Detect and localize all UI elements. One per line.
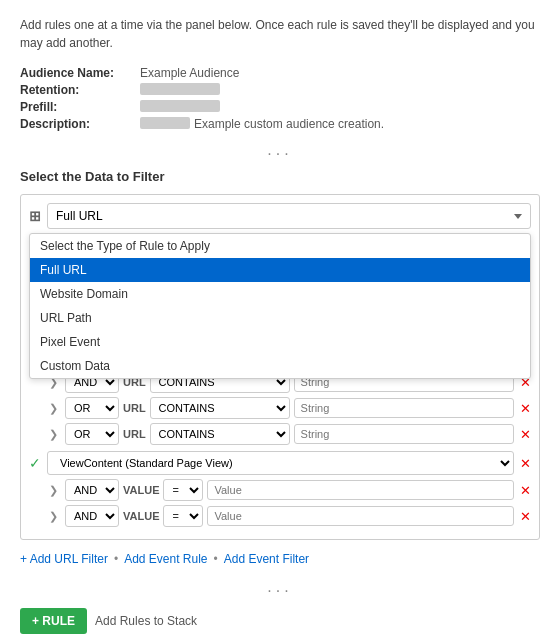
value-delete-2[interactable]: ✕ [520, 509, 531, 524]
dropdown-item-pixel-event[interactable]: Pixel Event [30, 330, 530, 354]
dots-bottom: ... [20, 578, 540, 596]
retention-label: Retention: [20, 83, 140, 97]
description-label: Description: [20, 117, 140, 131]
value-field-label-2: VALUE [123, 510, 159, 522]
delete-btn-4[interactable]: ✕ [520, 427, 531, 442]
field-label-4: URL [123, 428, 146, 440]
add-event-filter-link[interactable]: Add Event Filter [224, 552, 309, 566]
prefill-value [140, 100, 220, 112]
string-input-4[interactable] [294, 424, 514, 444]
operator-select-4[interactable]: CONTAINSDOES NOT CONTAINEQUALS [150, 423, 290, 445]
dropdown-menu: Select the Type of Rule to Apply Full UR… [29, 233, 531, 379]
event-row: ✓ ViewContent (Standard Page View) ✕ [29, 451, 531, 475]
value-row-1: ❯ ANDOR VALUE =!=>< ✕ [49, 479, 531, 501]
description-blurred [140, 117, 190, 129]
value-field-label-1: VALUE [123, 484, 159, 496]
filter-header: ⊞ Full URL Website Domain URL Path Pixel… [29, 203, 531, 229]
dropdown-item-select-type[interactable]: Select the Type of Rule to Apply [30, 234, 530, 258]
value-row-2: ❯ ANDOR VALUE =!=>< ✕ [49, 505, 531, 527]
add-event-rule-link[interactable]: Add Event Rule [124, 552, 207, 566]
dropdown-item-url-path[interactable]: URL Path [30, 306, 530, 330]
add-rule-button[interactable]: + RULE [20, 608, 87, 634]
add-rules-label: Add Rules to Stack [95, 614, 197, 628]
string-input-3[interactable] [294, 398, 514, 418]
type-select[interactable]: Full URL Website Domain URL Path Pixel E… [47, 203, 531, 229]
indent-rule-row-4: ❯ ANDOR URL CONTAINSDOES NOT CONTAINEQUA… [49, 423, 531, 445]
audience-value: Example Audience [140, 66, 239, 80]
add-url-filter-link[interactable]: + Add URL Filter [20, 552, 108, 566]
intro-text: Add rules one at a time via the panel be… [20, 16, 540, 52]
dropdown-item-website-domain[interactable]: Website Domain [30, 282, 530, 306]
logic-select-4[interactable]: ANDOR [65, 423, 119, 445]
add-links-bar: + Add URL Filter • Add Event Rule • Add … [20, 552, 540, 566]
dropdown-item-custom-data[interactable]: Custom Data [30, 354, 530, 378]
event-select[interactable]: ViewContent (Standard Page View) [47, 451, 514, 475]
meta-table: Audience Name: Example Audience Retentio… [20, 66, 540, 131]
audience-label: Audience Name: [20, 66, 140, 80]
field-label-3: URL [123, 402, 146, 414]
value-chevron-2[interactable]: ❯ [49, 510, 61, 523]
value-logic-2[interactable]: ANDOR [65, 505, 119, 527]
value-logic-1[interactable]: ANDOR [65, 479, 119, 501]
description-value: Example custom audience creation. [194, 117, 384, 131]
value-delete-1[interactable]: ✕ [520, 483, 531, 498]
value-chevron-1[interactable]: ❯ [49, 484, 61, 497]
expand-icon[interactable]: ⊞ [29, 208, 41, 224]
dropdown-item-full-url[interactable]: Full URL [30, 258, 530, 282]
bottom-bar: + RULE Add Rules to Stack [20, 608, 540, 634]
prefill-label: Prefill: [20, 100, 140, 114]
value-op-2[interactable]: =!=>< [163, 505, 203, 527]
event-check-icon: ✓ [29, 455, 43, 471]
value-input-2[interactable] [207, 506, 514, 526]
value-input-1[interactable] [207, 480, 514, 500]
chevron-icon-3[interactable]: ❯ [49, 402, 61, 415]
delete-btn-3[interactable]: ✕ [520, 401, 531, 416]
operator-select-3[interactable]: CONTAINSDOES NOT CONTAINEQUALS [150, 397, 290, 419]
retention-value [140, 83, 220, 95]
dots-top: ... [20, 141, 540, 159]
value-op-1[interactable]: =!=>< [163, 479, 203, 501]
filter-container: ⊞ Full URL Website Domain URL Path Pixel… [20, 194, 540, 540]
indent-rule-row-3: ❯ ANDOR URL CONTAINSDOES NOT CONTAINEQUA… [49, 397, 531, 419]
chevron-icon-4[interactable]: ❯ [49, 428, 61, 441]
logic-select-3[interactable]: ANDOR [65, 397, 119, 419]
event-delete-btn[interactable]: ✕ [520, 456, 531, 471]
section-title: Select the Data to Filter [20, 169, 540, 184]
